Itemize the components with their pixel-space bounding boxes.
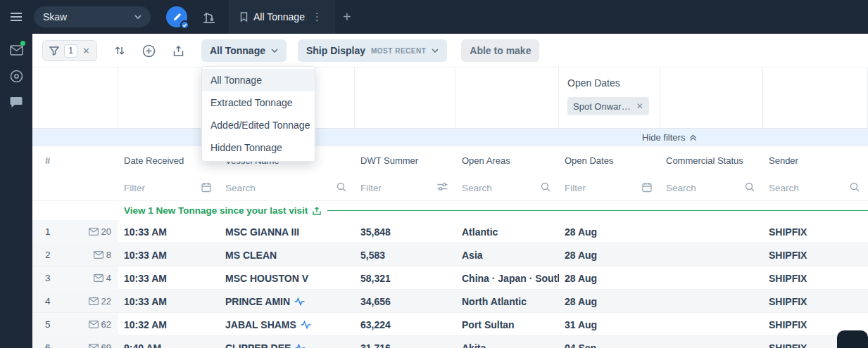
sort-icon[interactable]: [114, 45, 125, 56]
open-dates-filter-input[interactable]: [559, 183, 636, 193]
menu-item-hidden-tonnage[interactable]: Hidden Tonnage: [202, 136, 315, 159]
hide-filters-button[interactable]: Hide filters: [642, 129, 697, 146]
mail-count-badge[interactable]: 8: [94, 250, 111, 260]
vessel-name-cell[interactable]: PRINCE AMIN: [220, 290, 355, 313]
table-row[interactable]: 1 20 10:33 AM MSC GIANNA III 35,848 Atla…: [32, 220, 868, 243]
dwt-summer-filter-input[interactable]: [355, 183, 432, 193]
mail-count: 20: [101, 226, 111, 237]
date-received-filter-input[interactable]: [118, 183, 196, 193]
ship-display-label: Ship Display: [306, 45, 365, 56]
menu-item-all-tonnage[interactable]: All Tonnage: [202, 69, 315, 91]
mail-count: 4: [106, 273, 111, 283]
able-to-make-label: Able to make: [470, 45, 531, 56]
sliders-icon[interactable]: [437, 182, 448, 191]
workspace-selector[interactable]: Skaw: [34, 6, 151, 27]
vessel-track-icon[interactable]: [301, 321, 311, 329]
row-number-cell: 1 20: [32, 220, 118, 243]
mail-count: 69: [101, 342, 111, 348]
hamburger-menu-icon[interactable]: [0, 12, 32, 22]
menu-item-added-edited-tonnage[interactable]: Added/Edited Tonnage: [202, 114, 315, 136]
open-areas-cell: North Atlantic: [456, 290, 559, 313]
top-bar: Skaw All Tonnage ⋮ +: [0, 0, 868, 34]
filter-cell-open-dates: [559, 174, 660, 201]
tonnage-view-selector[interactable]: All Tonnage: [201, 39, 287, 62]
refresh-up-icon[interactable]: [312, 206, 322, 216]
column-header-open-dates[interactable]: Open Dates: [559, 155, 660, 166]
workspace-label: Skaw: [43, 11, 67, 22]
open-areas-text: China · Japan · South: [462, 273, 559, 284]
mail-count-badge[interactable]: 4: [94, 273, 111, 283]
tracking-icon[interactable]: [8, 68, 24, 84]
mail-count-badge[interactable]: 20: [89, 226, 111, 237]
vessel-track-icon[interactable]: [294, 297, 305, 306]
unread-indicator: [20, 41, 25, 46]
table-row[interactable]: 2 8 10:33 AM MS CLEAN 5,583 Asia 28 Aug …: [32, 243, 868, 266]
column-header-commercial-status[interactable]: Commercial Status: [660, 155, 763, 166]
row-number-cell: 4 22: [32, 290, 118, 313]
tab-options-icon[interactable]: ⋮: [310, 11, 324, 23]
commercial-status-cell: [660, 266, 763, 290]
sender-search-input[interactable]: [763, 183, 844, 193]
table-row[interactable]: 6 69 9:40 AM CLIPPER DEE 31,716 Akita 04…: [32, 336, 868, 348]
chat-launcher-button[interactable]: [837, 330, 868, 348]
open-areas-text: Port Sultan: [462, 319, 515, 330]
row-number-cell: 3 4: [32, 266, 118, 290]
calendar-icon[interactable]: [642, 182, 652, 193]
commercial-status-search-input[interactable]: [660, 183, 739, 193]
add-tab-icon[interactable]: +: [343, 10, 351, 24]
vessel-name-search-input[interactable]: [220, 183, 331, 193]
calendar-icon[interactable]: [201, 182, 211, 193]
add-tonnage-icon[interactable]: [142, 44, 156, 58]
view-selector-label: All Tonnage: [210, 45, 265, 56]
new-tonnage-link[interactable]: View 1 New Tonnage since your last visit: [124, 205, 308, 216]
vessel-name-cell[interactable]: MSC GIANNA III: [220, 220, 355, 243]
open-dates-filter-label: Open Dates: [567, 77, 651, 89]
open-areas-text: Akita: [462, 342, 486, 348]
remove-chip-icon[interactable]: ✕: [636, 101, 643, 111]
dwt-summer-cell: 31,716: [355, 336, 456, 348]
dwt-summer-cell: 34,656: [355, 290, 456, 313]
vessel-name-cell[interactable]: CLIPPER DEE: [220, 336, 355, 348]
mail-count-badge[interactable]: 22: [89, 296, 111, 307]
vessel-name-cell[interactable]: MSC HOUSTON V: [220, 266, 355, 290]
column-header-sender[interactable]: Sender: [763, 155, 868, 166]
open-dates-filter-chip[interactable]: Spot Onwar… ✕: [567, 97, 649, 115]
date-received-cell: 10:33 AM: [118, 290, 220, 313]
envelope-icon: [89, 344, 99, 348]
commercial-status-cell: [660, 220, 763, 243]
export-icon[interactable]: [172, 45, 184, 57]
chat-icon[interactable]: [8, 94, 24, 110]
vessel-name-cell[interactable]: JABAL SHAMS: [220, 313, 355, 336]
menu-item-extracted-tonnage[interactable]: Extracted Tonnage: [202, 91, 315, 114]
open-areas-search-input[interactable]: [456, 183, 535, 193]
tab-all-tonnage[interactable]: All Tonnage ⋮: [229, 0, 334, 34]
clear-filters-icon[interactable]: ✕: [82, 46, 90, 56]
vessel-name-cell[interactable]: MS CLEAN: [220, 243, 355, 266]
open-dates-cell: 28 Aug: [559, 220, 660, 243]
column-header-num[interactable]: #: [32, 155, 118, 166]
table-row[interactable]: 3 4 10:33 AM MSC HOUSTON V 58,321 China …: [32, 266, 868, 290]
date-received-cell: 10:33 AM: [118, 266, 220, 290]
table-row[interactable]: 5 62 10:32 AM JABAL SHAMS 63,224 Port Su…: [32, 313, 868, 336]
inbox-icon[interactable]: [8, 42, 24, 58]
filter-count-badge: 1: [64, 44, 77, 58]
mail-count-badge[interactable]: 62: [89, 319, 111, 330]
compose-button[interactable]: [166, 6, 187, 27]
envelope-icon: [94, 274, 103, 282]
mail-count: 22: [101, 296, 111, 307]
active-filter-chip[interactable]: 1 ✕: [42, 40, 97, 61]
commercial-status-cell: [660, 313, 763, 336]
port-crane-icon[interactable]: [201, 10, 217, 24]
able-to-make-button[interactable]: Able to make: [461, 39, 539, 62]
column-header-open-areas[interactable]: Open Areas: [456, 155, 559, 166]
ship-display-selector[interactable]: Ship Display MOST RECENT: [298, 39, 447, 62]
mail-count-badge[interactable]: 69: [89, 342, 111, 348]
table-row[interactable]: 4 22 10:33 AM PRINCE AMIN 34,656 North A…: [32, 290, 868, 313]
new-tonnage-banner: View 1 New Tonnage since your last visit: [32, 201, 868, 220]
chevron-down-icon: [271, 49, 278, 53]
chip-label: Spot Onwar…: [573, 101, 631, 112]
filter-panel: Open Dates Spot Onwar… ✕: [32, 67, 868, 129]
column-header-dwt-summer[interactable]: DWT Summer: [355, 155, 456, 166]
chevron-up-icon: [689, 134, 697, 141]
vessel-track-icon[interactable]: [295, 344, 306, 348]
